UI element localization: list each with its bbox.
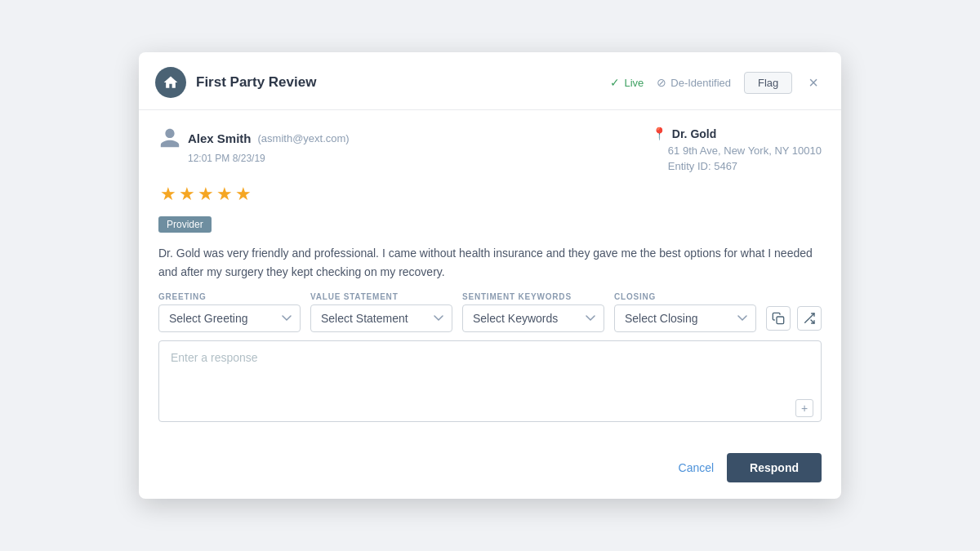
user-avatar-icon — [158, 127, 181, 149]
icon-actions — [766, 306, 822, 332]
star-4: ★ — [216, 184, 233, 205]
respond-button[interactable]: Respond — [727, 453, 822, 482]
modal-footer: Cancel Respond — [139, 442, 841, 499]
doctor-name-row: 📍 Dr. Gold — [652, 127, 822, 141]
reviewer-right: 📍 Dr. Gold 61 9th Ave, New York, NY 1001… — [652, 127, 822, 172]
live-check-icon: ✓ — [610, 76, 620, 89]
close-button[interactable]: × — [805, 73, 822, 92]
dropdowns-row: GREETING Select Greeting VALUE STATEMENT… — [158, 292, 822, 332]
reviewer-left: Alex Smith (asmith@yext.com) 12:01 PM 8/… — [158, 127, 350, 164]
shuffle-icon-button[interactable] — [797, 306, 822, 331]
provider-badge: Provider — [158, 216, 212, 233]
flag-button[interactable]: Flag — [744, 72, 792, 94]
header-actions: ✓ Live ⊘ De-Identified Flag × — [610, 72, 822, 94]
keywords-select[interactable]: Select Keywords — [462, 304, 604, 332]
statement-label: VALUE STATEMENT — [310, 292, 452, 301]
response-textarea[interactable] — [158, 340, 822, 422]
modal-title: First Party Review — [196, 74, 600, 91]
greeting-label: GREETING — [158, 292, 301, 301]
closing-select[interactable]: Select Closing — [614, 304, 756, 332]
reviewer-email: (asmith@yext.com) — [258, 132, 350, 144]
modal-body: Alex Smith (asmith@yext.com) 12:01 PM 8/… — [139, 110, 841, 442]
live-label: Live — [624, 77, 644, 89]
star-5: ★ — [235, 184, 252, 205]
statement-select[interactable]: Select Statement — [310, 304, 452, 332]
reviewer-name: Alex Smith — [188, 131, 252, 145]
reviewer-row: Alex Smith (asmith@yext.com) 12:01 PM 8/… — [158, 127, 822, 172]
keywords-label: SENTIMENT KEYWORDS — [462, 292, 604, 301]
svg-rect-0 — [777, 317, 784, 324]
deidentified-label: De-Identified — [670, 77, 731, 89]
shuffle-icon — [803, 312, 816, 325]
keywords-dropdown-group: SENTIMENT KEYWORDS Select Keywords — [462, 292, 604, 332]
statement-dropdown-group: VALUE STATEMENT Select Statement — [310, 292, 452, 332]
home-icon — [155, 67, 186, 98]
expand-textarea-button[interactable]: + — [795, 399, 813, 417]
reviewer-name-row: Alex Smith (asmith@yext.com) — [158, 127, 350, 149]
deidentified-badge: ⊘ De-Identified — [657, 76, 731, 89]
live-badge: ✓ Live — [610, 76, 644, 89]
cancel-button[interactable]: Cancel — [679, 461, 715, 474]
greeting-dropdown-group: GREETING Select Greeting — [158, 292, 301, 332]
location-pin-icon: 📍 — [652, 127, 667, 141]
copy-icon — [772, 312, 785, 325]
deidentified-icon: ⊘ — [657, 76, 666, 89]
greeting-select[interactable]: Select Greeting — [158, 304, 301, 332]
response-builder: GREETING Select Greeting VALUE STATEMENT… — [158, 292, 822, 425]
modal-header: First Party Review ✓ Live ⊘ De-Identifie… — [139, 52, 841, 110]
provider-badge-wrap: Provider — [158, 216, 822, 233]
response-textarea-wrap: + — [158, 340, 822, 425]
modal: First Party Review ✓ Live ⊘ De-Identifie… — [139, 52, 841, 499]
review-text: Dr. Gold was very friendly and professio… — [158, 244, 822, 281]
doctor-address: 61 9th Ave, New York, NY 10010 — [668, 144, 822, 157]
entity-id: Entity ID: 5467 — [668, 160, 822, 172]
doctor-name: Dr. Gold — [672, 127, 716, 140]
review-date: 12:01 PM 8/23/19 — [188, 153, 350, 164]
closing-label: CLOSING — [614, 292, 756, 301]
stars-row: ★ ★ ★ ★ ★ — [160, 184, 822, 205]
star-2: ★ — [179, 184, 195, 205]
star-3: ★ — [198, 184, 214, 205]
closing-dropdown-group: CLOSING Select Closing — [614, 292, 756, 332]
copy-icon-button[interactable] — [766, 306, 791, 331]
star-1: ★ — [160, 184, 176, 205]
